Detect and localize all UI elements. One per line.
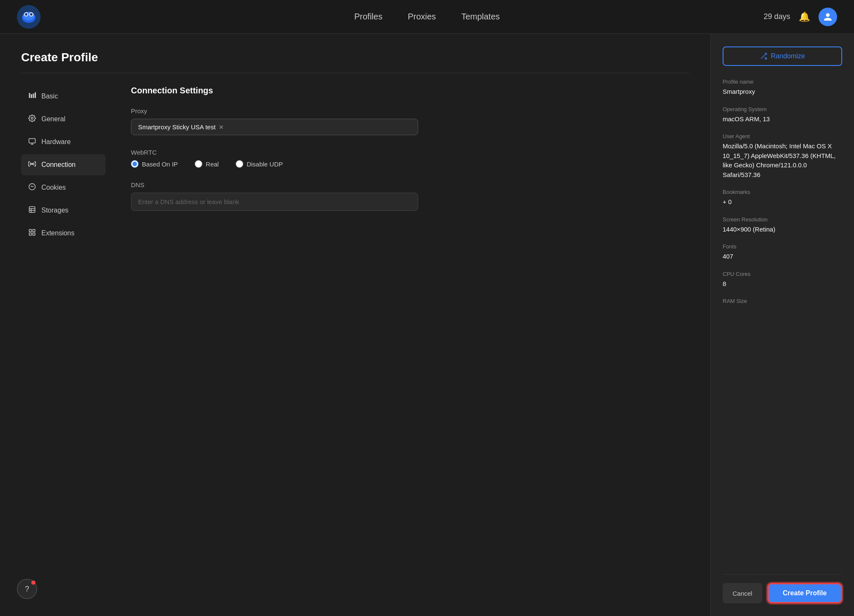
webrtc-field-group: WebRTC Based On IP Real Disable UDP (131, 149, 689, 168)
webrtc-label-disable-udp: Disable UDP (247, 161, 283, 168)
proxy-tag-close-icon[interactable]: ✕ (219, 124, 224, 131)
dns-label: DNS (131, 181, 689, 188)
randomize-label: Randomize (771, 52, 805, 60)
sidebar-nav: Basic General (21, 86, 106, 245)
nav-templates[interactable]: Templates (461, 8, 500, 25)
screen-resolution-label: Screen Resolution (723, 216, 842, 223)
webrtc-radio-real[interactable] (195, 160, 202, 168)
bookmarks-label: Bookmarks (723, 189, 842, 195)
ram-size-row: RAM Size (723, 298, 842, 304)
header-right: 29 days 🔔 (764, 8, 837, 26)
sidebar-item-hardware[interactable]: Hardware (21, 131, 106, 153)
hardware-icon (28, 137, 36, 147)
sidebar-item-cookies-label: Cookies (41, 184, 66, 191)
days-remaining: 29 days (764, 12, 790, 21)
cpu-cores-label: CPU Cores (723, 271, 842, 277)
screen-resolution-value: 1440×900 (Retina) (723, 225, 842, 234)
bookmarks-row: Bookmarks + 0 (723, 189, 842, 207)
sidebar-item-cookies[interactable]: Cookies (21, 177, 106, 198)
sidebar-item-basic-label: Basic (41, 93, 58, 100)
storages-icon (28, 206, 36, 215)
right-panel-footer: Cancel Create Profile (723, 574, 842, 603)
create-profile-button[interactable]: Create Profile (767, 583, 842, 603)
profile-name-label: Profile name (723, 79, 842, 85)
webrtc-radio-disable-udp[interactable] (236, 160, 243, 168)
webrtc-option-disable-udp[interactable]: Disable UDP (236, 160, 283, 168)
svg-point-5 (25, 13, 27, 16)
svg-rect-27 (33, 233, 35, 235)
nav-proxies[interactable]: Proxies (408, 8, 436, 25)
proxy-tag: Smartproxy Sticky USA test ✕ (138, 123, 224, 131)
fonts-label: Fonts (723, 243, 842, 250)
section-title: Connection Settings (131, 86, 689, 95)
cancel-button[interactable]: Cancel (723, 583, 762, 603)
proxy-input-wrapper[interactable]: Smartproxy Sticky USA test ✕ (131, 119, 418, 135)
app-logo[interactable] (17, 5, 41, 29)
profile-name-value: Smartproxy (723, 87, 842, 97)
sidebar-item-connection[interactable]: Connection (21, 154, 106, 175)
connection-icon (28, 160, 36, 169)
sidebar-item-hardware-label: Hardware (41, 138, 71, 146)
fonts-value: 407 (723, 252, 842, 262)
os-label: Operating System (723, 106, 842, 112)
sidebar-item-basic[interactable]: Basic (21, 86, 106, 107)
notifications-icon[interactable]: 🔔 (799, 11, 810, 22)
webrtc-option-based-on-ip[interactable]: Based On IP (131, 160, 178, 168)
left-panel: Create Profile Basic (0, 34, 710, 616)
svg-rect-8 (31, 94, 32, 98)
settings-content: Connection Settings Proxy Smartproxy Sti… (131, 86, 689, 245)
cookies-icon (28, 183, 36, 192)
right-panel: Randomize Profile name Smartproxy Operat… (710, 34, 854, 616)
svg-rect-10 (35, 93, 36, 98)
svg-point-15 (32, 164, 33, 165)
cpu-cores-value: 8 (723, 279, 842, 289)
screen-resolution-row: Screen Resolution 1440×900 (Retina) (723, 216, 842, 234)
extensions-icon (28, 229, 36, 238)
svg-point-11 (31, 117, 33, 120)
svg-rect-12 (29, 139, 35, 143)
proxy-label: Proxy (131, 107, 689, 114)
ram-size-label: RAM Size (723, 298, 842, 304)
help-button[interactable]: ? (17, 579, 37, 599)
proxy-field-group: Proxy Smartproxy Sticky USA test ✕ (131, 107, 689, 135)
nav-profiles[interactable]: Profiles (354, 8, 383, 25)
general-icon (28, 114, 36, 124)
webrtc-label-real: Real (206, 161, 219, 168)
avatar[interactable] (819, 8, 837, 26)
sidebar-item-general[interactable]: General (21, 109, 106, 130)
sidebar-item-storages[interactable]: Storages (21, 200, 106, 221)
basic-icon (28, 92, 36, 101)
dns-field-group: DNS (131, 181, 689, 211)
os-row: Operating System macOS ARM, 13 (723, 106, 842, 124)
header: Profiles Proxies Templates 29 days 🔔 (0, 0, 854, 34)
webrtc-radio-based-on-ip[interactable] (131, 160, 139, 168)
dns-input[interactable] (131, 193, 418, 211)
user-agent-value: Mozilla/5.0 (Macintosh; Intel Mac OS X 1… (723, 142, 842, 180)
svg-rect-9 (33, 94, 34, 98)
page-title: Create Profile (21, 51, 689, 64)
sidebar-item-extensions-label: Extensions (41, 229, 74, 237)
cpu-cores-row: CPU Cores 8 (723, 271, 842, 289)
user-agent-row: User Agent Mozilla/5.0 (Macintosh; Intel… (723, 133, 842, 180)
svg-rect-25 (33, 229, 35, 232)
svg-rect-26 (29, 233, 31, 235)
webrtc-label: WebRTC (131, 149, 689, 156)
svg-point-6 (30, 13, 33, 16)
webrtc-radio-group: Based On IP Real Disable UDP (131, 160, 689, 168)
os-value: macOS ARM, 13 (723, 114, 842, 124)
svg-rect-7 (29, 93, 30, 98)
randomize-button[interactable]: Randomize (723, 46, 842, 66)
bookmarks-value: + 0 (723, 197, 842, 207)
webrtc-label-based-on-ip: Based On IP (142, 161, 178, 168)
help-icon: ? (25, 585, 29, 594)
sidebar-item-connection-label: Connection (41, 161, 76, 169)
webrtc-option-real[interactable]: Real (195, 160, 219, 168)
proxy-tag-text: Smartproxy Sticky USA test (138, 123, 215, 131)
sidebar-item-storages-label: Storages (41, 207, 68, 214)
help-notification-dot (31, 581, 35, 585)
profile-info: Profile name Smartproxy Operating System… (723, 79, 842, 566)
sidebar-item-extensions[interactable]: Extensions (21, 223, 106, 244)
user-agent-label: User Agent (723, 133, 842, 139)
randomize-icon (760, 52, 767, 60)
sidebar-item-general-label: General (41, 115, 65, 123)
